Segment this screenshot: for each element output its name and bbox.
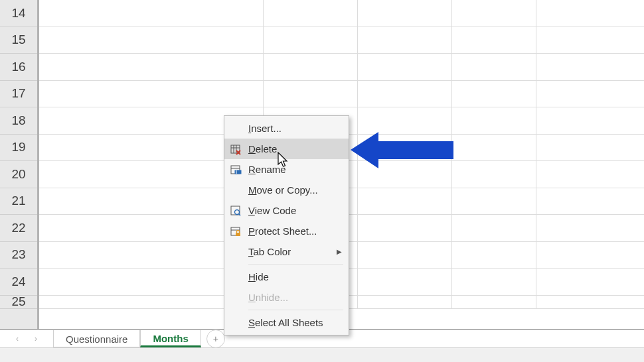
add-sheet-button[interactable]: + xyxy=(206,330,225,348)
row-header[interactable]: 24 xyxy=(0,269,37,296)
menu-delete[interactable]: Delete xyxy=(224,139,349,159)
row-header[interactable]: 20 xyxy=(0,161,37,188)
row-headers: 14 15 16 17 18 19 20 21 22 23 24 25 xyxy=(0,0,39,335)
protect-sheet-icon xyxy=(230,225,248,237)
menu-tab-color[interactable]: Tab Color ▶ xyxy=(224,241,349,262)
view-code-icon xyxy=(230,205,248,217)
menu-label: View Code xyxy=(248,205,342,216)
menu-separator xyxy=(248,264,343,265)
svg-point-11 xyxy=(235,210,240,214)
tab-months[interactable]: Months xyxy=(140,330,201,347)
menu-protect-sheet[interactable]: Protect Sheet... xyxy=(224,221,349,241)
row-header[interactable]: 25 xyxy=(0,296,37,309)
sheet-context-menu: Insert... Delete Rename Move or Copy... … xyxy=(224,115,349,335)
svg-line-12 xyxy=(239,213,241,215)
row-header[interactable]: 23 xyxy=(0,242,37,269)
menu-select-all-sheets[interactable]: Select All Sheets xyxy=(224,312,349,333)
menu-label: Delete xyxy=(248,143,342,154)
menu-label: Select All Sheets xyxy=(248,317,342,328)
menu-label: Protect Sheet... xyxy=(248,225,342,237)
menu-separator xyxy=(248,310,343,310)
menu-rename[interactable]: Rename xyxy=(224,159,349,180)
row-header[interactable]: 21 xyxy=(0,188,37,215)
menu-label: Tab Color xyxy=(248,246,337,257)
svg-rect-8 xyxy=(235,170,241,174)
row-header[interactable]: 16 xyxy=(0,54,37,81)
delete-sheet-icon xyxy=(230,143,248,155)
svg-rect-15 xyxy=(236,233,240,236)
row-header[interactable]: 22 xyxy=(0,215,37,242)
rename-sheet-icon xyxy=(230,164,248,176)
menu-label: Insert... xyxy=(248,123,342,134)
row-header[interactable]: 14 xyxy=(0,0,37,27)
menu-hide[interactable]: Hide xyxy=(224,267,349,287)
menu-label: Rename xyxy=(248,164,342,175)
row-header[interactable]: 15 xyxy=(0,27,37,54)
menu-label: Unhide... xyxy=(248,292,342,303)
menu-insert[interactable]: Insert... xyxy=(224,118,349,139)
tab-nav-next-icon[interactable]: › xyxy=(35,334,37,343)
submenu-arrow-icon: ▶ xyxy=(337,248,342,255)
tabs: Questionnaire Months xyxy=(53,330,201,347)
row-header[interactable]: 18 xyxy=(0,107,37,135)
tab-nav-arrows: ‹ › xyxy=(0,334,53,343)
menu-view-code[interactable]: View Code xyxy=(224,200,349,221)
tab-questionnaire[interactable]: Questionnaire xyxy=(53,330,140,347)
row-header[interactable]: 17 xyxy=(0,81,37,108)
status-bar xyxy=(0,347,644,362)
svg-marker-16 xyxy=(351,132,453,168)
row-header[interactable]: 19 xyxy=(0,135,37,162)
menu-unhide: Unhide... xyxy=(224,287,349,308)
tab-nav-prev-icon[interactable]: ‹ xyxy=(16,334,19,343)
menu-label: Move or Copy... xyxy=(248,184,342,196)
menu-move-copy[interactable]: Move or Copy... xyxy=(224,180,349,200)
annotation-arrow-icon xyxy=(351,132,453,168)
menu-label: Hide xyxy=(248,271,342,282)
